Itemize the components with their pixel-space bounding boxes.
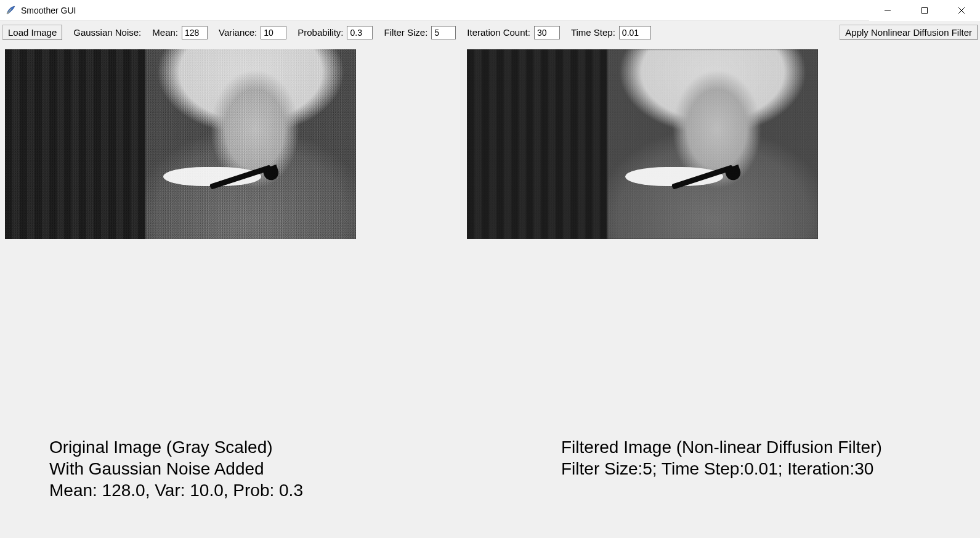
window-controls: [869, 0, 980, 21]
titlebar: Smoother GUI: [0, 0, 980, 21]
time-step-group: Time Step:: [571, 26, 651, 39]
caption-line: Filtered Image (Non-linear Diffusion Fil…: [561, 436, 955, 458]
mean-input[interactable]: [182, 26, 208, 39]
load-image-button[interactable]: Load Image: [2, 25, 62, 40]
caption-line: With Gaussian Noise Added: [49, 458, 303, 479]
close-button[interactable]: [943, 0, 980, 21]
filter-size-input[interactable]: [431, 26, 456, 39]
time-step-label: Time Step:: [571, 27, 615, 38]
client-area: Load Image Gaussian Noise: Mean: Varianc…: [0, 21, 980, 538]
apply-filter-button[interactable]: Apply Nonlinear Diffusion Filter: [840, 25, 978, 40]
caption-line: Filter Size:5; Time Step:0.01; Iteration…: [561, 458, 955, 479]
window-title: Smoother GUI: [21, 6, 76, 15]
time-step-input[interactable]: [619, 26, 651, 39]
caption-line: Mean: 128.0, Var: 10.0, Prob: 0.3: [49, 479, 303, 501]
toolbar: Load Image Gaussian Noise: Mean: Varianc…: [0, 21, 980, 44]
iteration-input[interactable]: [534, 26, 560, 39]
variance-label: Variance:: [219, 27, 257, 38]
probability-label: Probability:: [298, 27, 343, 38]
iteration-group: Iteration Count:: [467, 26, 560, 39]
gaussian-noise-label: Gaussian Noise:: [73, 27, 141, 38]
mean-group: Mean:: [152, 26, 208, 39]
variance-input[interactable]: [261, 26, 286, 39]
probability-input[interactable]: [347, 26, 373, 39]
iteration-label: Iteration Count:: [467, 27, 530, 38]
mean-label: Mean:: [152, 27, 178, 38]
filtered-caption: Filtered Image (Non-linear Diffusion Fil…: [561, 436, 955, 501]
filter-size-label: Filter Size:: [384, 27, 427, 38]
minimize-button[interactable]: [869, 0, 906, 21]
original-caption: Original Image (Gray Scaled) With Gaussi…: [49, 436, 303, 501]
image-area: [5, 49, 975, 239]
filtered-image: [467, 49, 818, 239]
probability-group: Probability:: [298, 26, 373, 39]
filter-size-group: Filter Size:: [384, 26, 456, 39]
svg-rect-0: [922, 7, 928, 13]
maximize-button[interactable]: [906, 0, 943, 21]
original-image: [5, 49, 356, 239]
variance-group: Variance:: [219, 26, 286, 39]
captions: Original Image (Gray Scaled) With Gaussi…: [49, 436, 955, 501]
feather-icon: [5, 5, 16, 16]
caption-line: Original Image (Gray Scaled): [49, 436, 303, 458]
